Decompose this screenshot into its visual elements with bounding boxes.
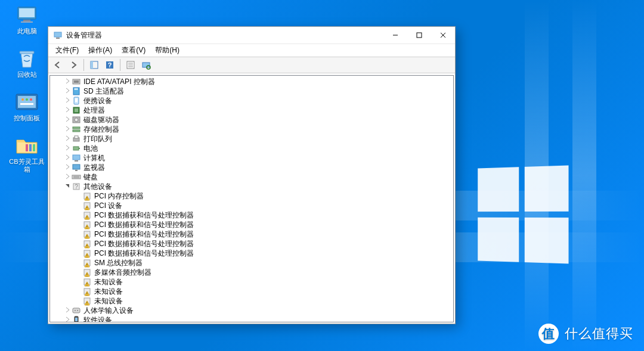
- portable-icon: [72, 96, 81, 105]
- expand-arrow-icon[interactable]: [63, 154, 72, 161]
- toolbar-separator: [83, 59, 84, 71]
- tree-device[interactable]: !PCI 数据捕获和信号处理控制器: [50, 249, 453, 258]
- show-hide-console-tree-button[interactable]: [87, 58, 101, 72]
- help-button[interactable]: ?: [103, 58, 117, 72]
- unknown-device-warning-icon: !: [82, 249, 92, 258]
- tree-category[interactable]: 磁盘驱动器: [50, 115, 453, 125]
- svg-rect-41: [73, 127, 80, 129]
- watermark: 值 什么值得买: [538, 324, 633, 344]
- app-icon: [53, 30, 63, 40]
- device-tree[interactable]: IDE ATA/ATAPI 控制器SD 主适配器便携设备处理器磁盘驱动器存储控制…: [49, 75, 454, 322]
- svg-text:!: !: [86, 282, 88, 287]
- svg-text:!: !: [86, 225, 88, 229]
- unknown-device-warning-icon: !: [82, 268, 92, 277]
- tree-device[interactable]: !未知设备: [50, 296, 453, 306]
- control-panel-icon: [15, 92, 39, 112]
- svg-text:!: !: [86, 302, 88, 306]
- tree-device[interactable]: !PCI 内存控制器: [50, 191, 453, 201]
- toolbar-separator: [120, 59, 120, 71]
- tree-category[interactable]: 处理器: [50, 105, 453, 115]
- expand-arrow-icon[interactable]: [63, 173, 72, 181]
- tree-category-label: 其他设备: [83, 182, 112, 192]
- back-button[interactable]: [51, 58, 65, 72]
- svg-point-82: [77, 310, 78, 311]
- expand-arrow-icon[interactable]: [63, 88, 72, 95]
- desktop-icon-recycle-bin[interactable]: 回收站: [6, 48, 48, 79]
- svg-rect-12: [29, 144, 32, 151]
- svg-rect-45: [73, 147, 79, 150]
- tree-category[interactable]: IDE ATA/ATAPI 控制器: [50, 77, 453, 86]
- tree-category-label: 打印队列: [83, 134, 112, 144]
- svg-rect-84: [75, 318, 78, 321]
- svg-rect-11: [26, 144, 28, 151]
- unknown-device-warning-icon: !: [82, 220, 92, 229]
- menu-view[interactable]: 查看(V): [117, 44, 150, 57]
- unknown-device-warning-icon: !: [82, 258, 92, 268]
- tree-device[interactable]: !未知设备: [50, 287, 453, 296]
- tree-category[interactable]: 监视器: [50, 163, 453, 172]
- menu-help[interactable]: 帮助(H): [150, 44, 184, 57]
- properties-button[interactable]: [123, 58, 138, 72]
- tree-category[interactable]: 便携设备: [50, 96, 453, 105]
- forward-button[interactable]: [66, 58, 80, 72]
- expand-arrow-icon[interactable]: [63, 316, 72, 322]
- scan-hardware-button[interactable]: [139, 58, 153, 72]
- monitor-icon: [72, 163, 81, 172]
- ide-icon: [72, 77, 81, 86]
- minimize-button[interactable]: [383, 27, 407, 44]
- tree-device[interactable]: !PCI 数据捕获和信号处理控制器: [50, 229, 453, 239]
- tree-category[interactable]: 软件设备: [50, 315, 453, 322]
- expand-arrow-icon[interactable]: [63, 107, 72, 114]
- expand-arrow-icon[interactable]: [63, 97, 72, 104]
- expand-arrow-icon[interactable]: [63, 145, 72, 152]
- unknown-device-warning-icon: !: [82, 229, 92, 239]
- svg-rect-38: [75, 108, 78, 112]
- svg-rect-51: [72, 175, 80, 179]
- titlebar[interactable]: 设备管理器: [48, 27, 455, 44]
- menu-action[interactable]: 操作(A): [83, 44, 117, 57]
- tree-device[interactable]: !未知设备: [50, 277, 453, 287]
- desktop-icon-this-pc[interactable]: 此电脑: [6, 5, 48, 35]
- desktop-icon-toolbox[interactable]: CB芳灵工具箱: [6, 135, 48, 173]
- tree-device[interactable]: !SM 总线控制器: [50, 258, 453, 268]
- tree-device-label: 多媒体音频控制器: [94, 268, 151, 278]
- content-area: IDE ATA/ATAPI 控制器SD 主适配器便携设备处理器磁盘驱动器存储控制…: [48, 73, 455, 324]
- svg-rect-2: [23, 20, 30, 21]
- svg-rect-49: [73, 164, 80, 169]
- tree-device[interactable]: !多媒体音频控制器: [50, 268, 453, 277]
- keyboard-icon: [72, 172, 81, 182]
- tree-device[interactable]: !PCI 数据捕获和信号处理控制器: [50, 239, 453, 249]
- tree-device[interactable]: !PCI 设备: [50, 201, 453, 210]
- tree-category[interactable]: ?其他设备: [50, 182, 453, 191]
- tree-category[interactable]: 打印队列: [50, 134, 453, 144]
- tree-category[interactable]: SD 主适配器: [50, 86, 453, 96]
- tree-category[interactable]: 存储控制器: [50, 125, 453, 134]
- expand-arrow-icon[interactable]: [63, 135, 72, 142]
- svg-text:!: !: [86, 273, 88, 277]
- tree-device-label: PCI 内存控制器: [94, 191, 144, 201]
- tree-category-label: 便携设备: [83, 96, 112, 106]
- tree-category[interactable]: 计算机: [50, 153, 453, 163]
- desktop-icon-control-panel[interactable]: 控制面板: [6, 92, 48, 122]
- svg-point-7: [21, 98, 24, 101]
- expand-arrow-icon[interactable]: [63, 126, 72, 133]
- svg-rect-42: [73, 130, 80, 132]
- tree-category[interactable]: 键盘: [50, 172, 453, 182]
- maximize-button[interactable]: [407, 27, 431, 44]
- tree-device-label: SM 总线控制器: [94, 258, 143, 268]
- tree-category[interactable]: 电池: [50, 144, 453, 153]
- sd-icon: [72, 86, 81, 96]
- expand-arrow-icon[interactable]: [63, 307, 72, 314]
- menu-file[interactable]: 文件(F): [51, 44, 83, 57]
- svg-rect-14: [54, 32, 61, 37]
- tree-category[interactable]: 人体学输入设备: [50, 306, 453, 315]
- expand-arrow-icon[interactable]: [63, 116, 72, 123]
- close-button[interactable]: [431, 27, 455, 44]
- expand-arrow-icon[interactable]: [63, 183, 72, 190]
- tree-device[interactable]: !PCI 数据捕获和信号处理控制器: [50, 220, 453, 229]
- svg-text:!: !: [86, 235, 88, 239]
- expand-arrow-icon[interactable]: [63, 164, 72, 171]
- tree-device[interactable]: !PCI 数据捕获和信号处理控制器: [50, 210, 453, 220]
- expand-arrow-icon[interactable]: [63, 78, 72, 85]
- svg-text:!: !: [86, 263, 88, 268]
